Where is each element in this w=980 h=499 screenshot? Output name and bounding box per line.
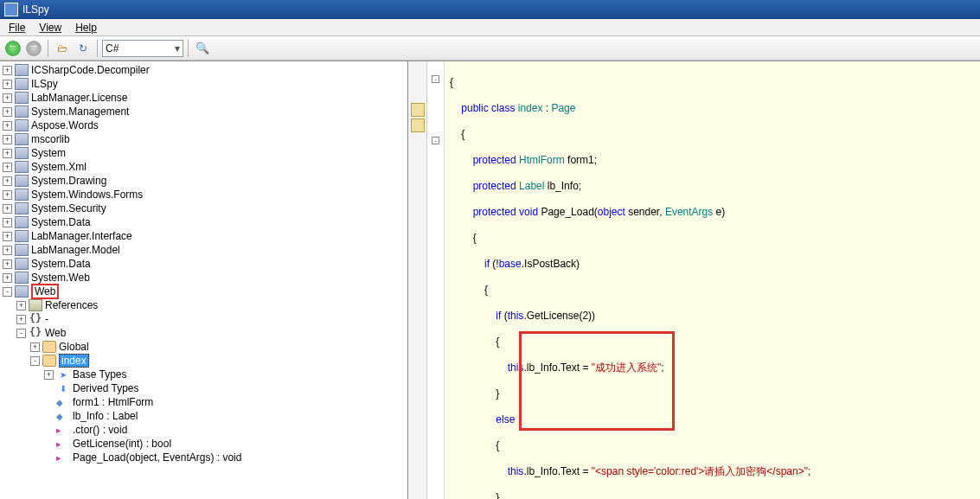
language-combo[interactable]: C# [102,40,183,57]
expand-icon[interactable]: + [44,370,54,380]
tree-node[interactable]: +LabManager.Model [3,243,407,257]
field-icon [56,396,70,408]
tree-label: - [45,313,48,325]
fold-icon[interactable]: - [432,137,439,144]
tree-label: ILSpy [31,78,58,90]
expand-icon[interactable]: + [3,218,12,227]
tree-node[interactable]: Page_Load(object, EventArgs) : void [3,451,407,464]
tree-node[interactable]: +mscorlib [3,132,407,146]
expand-icon[interactable]: + [3,273,12,283]
code-line: { [450,284,975,297]
assembly-tree: +ICSharpCode.Decompiler +ILSpy +LabManag… [0,61,407,466]
expand-icon[interactable]: + [3,80,12,89]
tree-node[interactable]: +Aspose.Words [3,118,407,132]
assembly-icon [15,202,29,214]
expand-icon[interactable]: + [3,149,12,158]
assembly-icon [15,258,29,270]
tree-node-web[interactable]: -Web [3,285,407,298]
expand-icon[interactable]: + [3,259,12,269]
expand-icon[interactable]: + [3,107,12,117]
tree-label: form1 : HtmlForm [73,396,153,408]
tree-node[interactable]: +System.Web [3,271,407,285]
expand-icon[interactable]: + [3,190,12,200]
tree-label: GetLicense(int) : bool [73,438,171,450]
code-pane: - - { public class index : Page { protec… [427,61,980,499]
highlight-box [519,331,675,431]
fold-icon[interactable]: - [432,75,439,83]
expand-icon[interactable]: + [3,121,12,131]
basetypes-icon [56,368,70,381]
tree-node[interactable]: +System.Xml [3,160,407,174]
spacer [44,439,54,449]
tree-node[interactable]: Derived Types [3,381,407,395]
tree-node-index[interactable]: -index [3,354,407,368]
tree-node[interactable]: form1 : HtmlForm [3,395,407,409]
tree-node[interactable]: +System.Drawing [3,174,407,188]
assembly-icon [15,133,29,145]
menu-view[interactable]: View [32,20,68,35]
tree-node[interactable]: +System.Data [3,215,407,229]
tree-node[interactable]: +Global [3,340,407,354]
expand-icon[interactable]: + [3,246,12,255]
code-line: { [450,439,975,452]
tree-node[interactable]: +{}- [3,312,407,326]
assembly-icon [15,78,29,90]
tree-label-selected: index [59,354,89,368]
menu-help[interactable]: Help [68,20,104,35]
open-button[interactable]: 🗁 [53,39,72,58]
collapse-icon[interactable]: - [30,356,40,366]
tree-node[interactable]: +Base Types [3,368,407,381]
tree-node[interactable]: +System [3,146,407,160]
separator [97,40,98,57]
expand-icon[interactable]: + [3,135,12,144]
tree-pane[interactable]: +ICSharpCode.Decompiler +ILSpy +LabManag… [0,61,408,499]
expand-icon[interactable]: + [3,66,12,75]
gutter-icon[interactable] [411,103,425,117]
refresh-button[interactable]: ↻ [74,39,93,58]
expand-icon[interactable]: + [3,93,12,103]
folder-icon: 🗁 [57,42,67,54]
expand-icon[interactable]: + [3,176,12,186]
code-editor[interactable]: { public class index : Page { protected … [445,61,980,499]
tree-label: System.Data [31,258,91,270]
spacer [44,384,54,393]
tree-label: lb_Info : Label [73,410,138,422]
expand-icon[interactable]: + [16,315,26,324]
tree-label: Aspose.Words [31,119,99,131]
tree-label: LabManager.Model [31,244,120,256]
expand-icon[interactable]: + [3,204,12,214]
tree-node[interactable]: +LabManager.License [3,91,407,105]
tree-node[interactable]: .ctor() : void [3,423,407,437]
tree-node[interactable]: +ICSharpCode.Decompiler [3,63,407,77]
tree-node[interactable]: +System.Windows.Forms [3,188,407,202]
nav-forward-button[interactable] [24,39,43,58]
assembly-icon [15,147,29,159]
tree-label: .ctor() : void [73,424,127,436]
code-line: protected void Page_Load(object sender, … [450,206,975,219]
assembly-icon [15,119,29,131]
tree-node[interactable]: +ILSpy [3,77,407,91]
tree-node[interactable]: -{}Web [3,326,407,340]
assembly-icon [15,272,29,284]
tree-node[interactable]: +System.Management [3,105,407,118]
gutter-icon[interactable] [411,118,425,132]
collapse-icon[interactable]: - [3,287,12,297]
expand-icon[interactable]: + [16,301,26,310]
menu-bar: File View Help [0,19,980,36]
assembly-icon [15,64,29,76]
tree-node[interactable]: +System.Security [3,202,407,215]
code-line: } [450,491,975,499]
nav-back-button[interactable] [3,39,22,58]
expand-icon[interactable]: + [3,163,12,172]
search-button[interactable]: 🔍 [193,39,212,58]
collapse-icon[interactable]: - [16,329,26,338]
tree-node[interactable]: +System.Data [3,257,407,271]
tree-label: LabManager.Interface [31,230,132,242]
menu-file[interactable]: File [2,20,32,35]
expand-icon[interactable]: + [3,232,12,241]
expand-icon[interactable]: + [30,342,40,352]
tree-node[interactable]: lb_Info : Label [3,409,407,423]
tree-node[interactable]: GetLicense(int) : bool [3,437,407,451]
tree-node[interactable]: +References [3,298,407,312]
tree-node[interactable]: +LabManager.Interface [3,229,407,243]
